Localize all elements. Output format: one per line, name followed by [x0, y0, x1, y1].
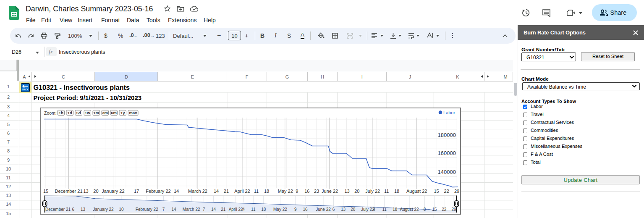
svg-text:13: 13 [83, 189, 88, 194]
svg-text:1h: 1h [59, 110, 63, 115]
svg-text:1m: 1m [93, 110, 99, 115]
svg-text:April 22: April 22 [229, 207, 243, 212]
svg-text:160000: 160000 [438, 150, 456, 156]
svg-text:18: 18 [261, 207, 266, 212]
svg-text:max: max [129, 110, 137, 115]
svg-text:21: 21 [221, 207, 226, 212]
svg-text:21: 21 [224, 189, 229, 194]
svg-text:180000: 180000 [438, 132, 456, 138]
svg-text:7: 7 [162, 207, 165, 212]
svg-text:10: 10 [119, 207, 124, 212]
svg-text:Labor: Labor [443, 110, 455, 115]
svg-text:14: 14 [214, 189, 219, 194]
svg-text:16: 16 [303, 207, 308, 212]
svg-text:3m: 3m [102, 110, 108, 115]
svg-text:December 21: December 21 [45, 207, 71, 212]
svg-text:February 22: February 22 [146, 189, 170, 194]
svg-text:11: 11 [382, 207, 387, 212]
svg-text:13: 13 [344, 189, 349, 194]
svg-text:December 21: December 21 [55, 189, 82, 194]
svg-text:August 22: August 22 [406, 189, 427, 194]
svg-text:1d: 1d [68, 110, 72, 115]
svg-text:20: 20 [93, 189, 98, 194]
svg-text:18: 18 [394, 189, 399, 194]
svg-text:11: 11 [251, 207, 256, 212]
svg-text:6: 6 [72, 207, 75, 212]
svg-text:March 22: March 22 [188, 189, 207, 194]
svg-text:15: 15 [432, 207, 437, 212]
svg-text:18: 18 [264, 189, 269, 194]
svg-text:16: 16 [304, 189, 309, 194]
svg-text:1y: 1y [120, 110, 125, 115]
svg-text:January 22: January 22 [93, 207, 114, 212]
svg-text:18: 18 [393, 207, 398, 212]
svg-text:15: 15 [434, 189, 439, 194]
svg-text:July 22: July 22 [365, 189, 380, 194]
svg-text:Zoom:: Zoom: [44, 110, 57, 116]
svg-text:29: 29 [451, 207, 456, 212]
svg-text:May 22: May 22 [273, 207, 287, 212]
svg-text:20: 20 [354, 189, 359, 194]
svg-text:14: 14 [211, 207, 216, 212]
svg-text:23: 23 [314, 189, 319, 194]
svg-text:9: 9 [296, 189, 298, 194]
svg-text:13: 13 [341, 207, 346, 212]
svg-text:4: 4 [242, 207, 245, 212]
svg-text:7: 7 [203, 207, 205, 212]
svg-text:4: 4 [373, 207, 375, 212]
svg-text:6: 6 [332, 207, 335, 212]
svg-text:April 22: April 22 [234, 189, 250, 194]
svg-text:11: 11 [384, 189, 389, 194]
svg-text:14: 14 [174, 189, 179, 194]
svg-text:8: 8 [424, 207, 426, 212]
svg-text:June 22: June 22 [322, 189, 338, 194]
svg-text:1w: 1w [85, 110, 90, 115]
svg-text:6m: 6m [111, 110, 117, 115]
svg-text:15: 15 [43, 189, 48, 194]
svg-text:August 22: August 22 [400, 207, 419, 212]
svg-text:February 22: February 22 [136, 207, 158, 212]
svg-text:January 22: January 22 [102, 189, 124, 194]
svg-text:11: 11 [254, 189, 259, 194]
svg-text:June 22: June 22 [316, 207, 331, 212]
svg-text:29: 29 [454, 189, 459, 194]
svg-text:140000: 140000 [438, 169, 456, 175]
svg-text:May 22: May 22 [278, 189, 293, 194]
svg-text:22: 22 [442, 207, 447, 212]
svg-text:14: 14 [171, 207, 176, 212]
svg-text:22: 22 [444, 189, 449, 194]
svg-text:March 22: March 22 [183, 207, 200, 212]
svg-text:20: 20 [351, 207, 356, 212]
svg-text:17: 17 [134, 189, 139, 194]
svg-text:9: 9 [294, 207, 297, 212]
svg-text:BACK: BACK [22, 88, 29, 91]
svg-text:5d: 5d [76, 110, 81, 115]
svg-text:13: 13 [81, 207, 86, 212]
